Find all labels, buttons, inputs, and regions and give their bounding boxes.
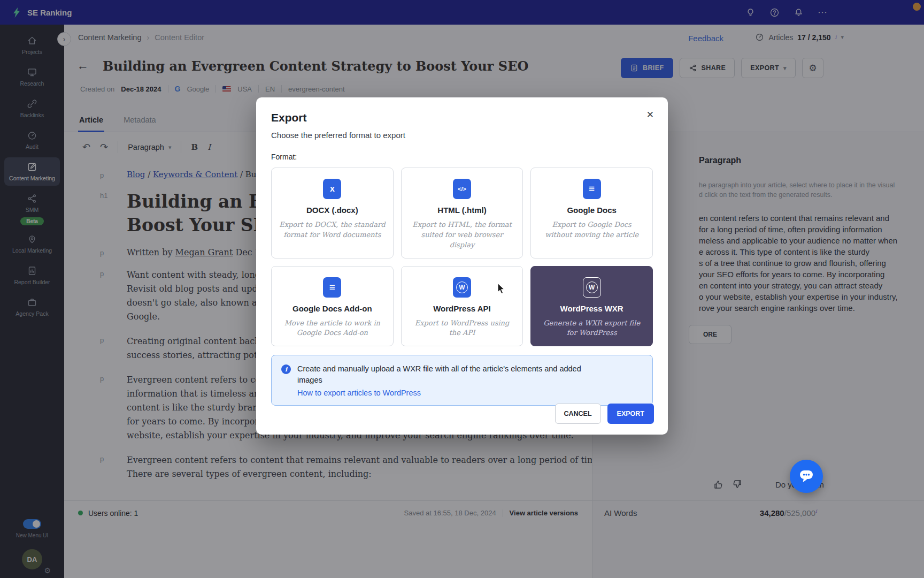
- format-card-google-docs-addon[interactable]: ≡ Google Docs Add-on Move the article to…: [271, 266, 394, 347]
- how-to-export-link[interactable]: How to export articles to WordPress: [297, 389, 607, 397]
- format-desc: Move the article to work in Google Docs …: [279, 318, 386, 339]
- close-icon[interactable]: ✕: [646, 109, 654, 120]
- google-docs-icon: ≡: [583, 179, 601, 199]
- format-desc: Export to HTML, the format suited for we…: [409, 220, 515, 250]
- modal-title: Export: [271, 111, 653, 124]
- format-card-wordpress-wxr[interactable]: W WordPress WXR Generate a WXR export fi…: [530, 266, 653, 347]
- info-text: Create and manually upload a WXR file wi…: [297, 363, 607, 386]
- format-desc: Export to DOCX, the standard format for …: [279, 220, 386, 240]
- format-grid: x DOCX (.docx) Export to DOCX, the stand…: [271, 168, 653, 346]
- format-card-docx[interactable]: x DOCX (.docx) Export to DOCX, the stand…: [271, 168, 394, 258]
- format-desc: Export to Google Docs without moving the…: [538, 220, 645, 240]
- format-name: Google Docs: [567, 206, 617, 215]
- info-icon: i: [281, 364, 291, 374]
- format-name: DOCX (.docx): [306, 206, 358, 215]
- format-name: HTML (.html): [437, 206, 486, 215]
- format-desc: Export to WordPress using the API: [409, 318, 515, 339]
- export-confirm-button[interactable]: EXPORT: [607, 404, 654, 424]
- docx-file-icon: x: [323, 179, 341, 199]
- format-card-wordpress-api[interactable]: W WordPress API Export to WordPress usin…: [401, 266, 523, 347]
- cancel-button[interactable]: CANCEL: [555, 404, 601, 424]
- format-name: WordPress WXR: [560, 304, 623, 313]
- export-modal: ✕ Export Choose the preferred format to …: [256, 97, 668, 435]
- chat-bubble-icon: [798, 469, 814, 484]
- chat-widget-button[interactable]: [790, 460, 823, 493]
- format-card-html[interactable]: </> HTML (.html) Export to HTML, the for…: [401, 168, 523, 258]
- google-docs-addon-icon: ≡: [323, 277, 341, 298]
- wxr-info-box: i Create and manually upload a WXR file …: [271, 355, 653, 406]
- format-desc: Generate a WXR export file for WordPress: [538, 318, 645, 339]
- wordpress-icon: W: [583, 277, 601, 298]
- format-name: WordPress API: [433, 304, 491, 313]
- format-card-google-docs[interactable]: ≡ Google Docs Export to Google Docs with…: [530, 168, 653, 258]
- modal-subtitle: Choose the preferred format to export: [271, 131, 653, 140]
- html-file-icon: </>: [453, 179, 471, 199]
- format-label: Format:: [271, 153, 653, 161]
- format-name: Google Docs Add-on: [292, 304, 372, 313]
- wordpress-icon: W: [453, 277, 471, 298]
